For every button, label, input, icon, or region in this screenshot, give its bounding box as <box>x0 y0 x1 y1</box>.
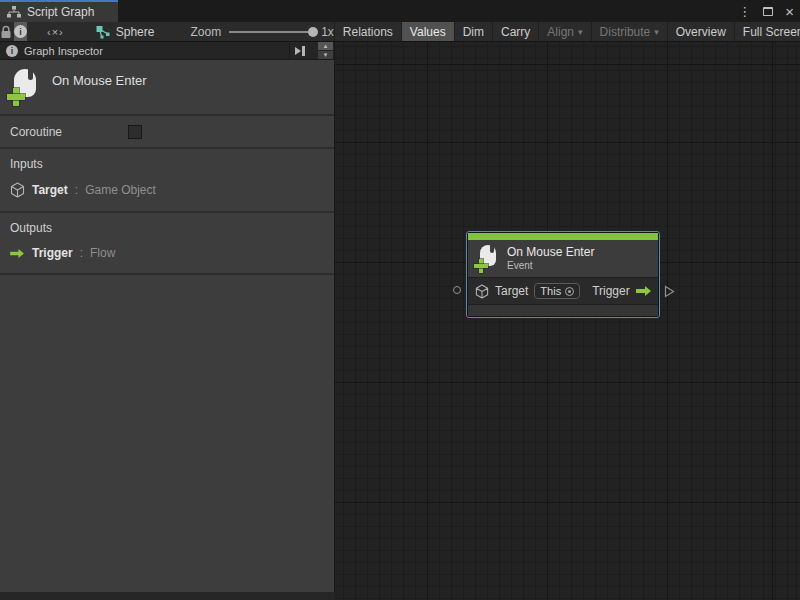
scroll-down-button[interactable]: ▼ <box>318 51 333 59</box>
lock-icon <box>0 25 12 39</box>
graph-inspector-header[interactable]: i Graph Inspector ▲ ▼ <box>0 42 334 60</box>
relations-label: Relations <box>343 25 393 39</box>
tab-label: Script Graph <box>27 5 94 19</box>
code-view-button[interactable]: ‹×› <box>47 22 64 41</box>
input-port-row: Target : Game Object <box>10 182 324 198</box>
graph-hierarchy-icon <box>7 6 21 18</box>
close-icon[interactable]: × <box>785 4 794 19</box>
inputs-header: Inputs <box>10 157 324 171</box>
node-subtitle: Event <box>507 260 594 273</box>
overview-button[interactable]: Overview <box>667 22 734 41</box>
script-graph-asset-icon <box>96 25 110 39</box>
output-port[interactable] <box>664 284 675 302</box>
node-footer <box>468 305 658 316</box>
input-port-name: Target <box>32 183 68 197</box>
lock-button[interactable] <box>0 22 12 41</box>
carry-label: Carry <box>501 25 530 39</box>
outputs-header: Outputs <box>10 221 324 235</box>
dock-panel-button[interactable] <box>289 43 309 59</box>
graph-toolbar: i ‹×› Sphere Zoom 1x Relations Values Di <box>0 22 800 42</box>
dim-label: Dim <box>463 25 484 39</box>
mouse-event-icon <box>476 245 498 272</box>
align-button[interactable]: Align ▾ <box>538 22 590 41</box>
output-port-row: Trigger : Flow <box>10 246 324 260</box>
node-accent-stripe <box>468 233 658 240</box>
values-button[interactable]: Values <box>401 22 454 41</box>
node-output-label: Trigger <box>592 284 630 298</box>
info-icon: i <box>6 45 18 57</box>
menu-dots-icon[interactable]: ⋮ <box>738 5 751 18</box>
info-icon: i <box>14 25 27 38</box>
maximize-icon[interactable] <box>763 7 773 16</box>
graph-canvas[interactable]: On Mouse Enter Event Target This Trigger <box>335 42 800 600</box>
input-port[interactable] <box>453 286 461 294</box>
target-value-button[interactable]: This <box>534 283 580 299</box>
node-input-label: Target <box>495 284 528 298</box>
coroutine-checkbox[interactable] <box>128 125 142 139</box>
code-icon: ‹×› <box>47 26 64 38</box>
zoom-control: Zoom 1x <box>190 22 333 41</box>
zoom-label: Zoom <box>190 25 221 39</box>
outputs-section: Outputs Trigger : Flow <box>0 213 334 275</box>
panel-scroll-spinner: ▲ ▼ <box>318 42 333 59</box>
dock-icon <box>294 46 306 56</box>
inputs-section: Inputs Target : Game Object <box>0 149 334 213</box>
input-sep: : <box>75 183 78 197</box>
flow-arrow-icon <box>636 285 652 297</box>
distribute-label: Distribute <box>600 25 651 39</box>
selected-unit-header: On Mouse Enter <box>0 60 334 116</box>
inspector-toggle-button[interactable]: i <box>14 22 27 41</box>
output-port-type: Flow <box>90 246 115 260</box>
input-port-type: Game Object <box>85 183 156 197</box>
scroll-up-button[interactable]: ▲ <box>318 42 333 50</box>
coroutine-row: Coroutine <box>0 116 334 149</box>
output-sep: : <box>80 246 83 260</box>
game-object-cube-icon <box>10 182 25 198</box>
relations-button[interactable]: Relations <box>334 22 401 41</box>
coroutine-label: Coroutine <box>10 125 128 139</box>
chevron-down-icon: ▾ <box>654 27 659 37</box>
node-title: On Mouse Enter <box>507 245 594 260</box>
game-object-cube-icon <box>475 284 489 299</box>
unit-title: On Mouse Enter <box>52 73 147 88</box>
window-bottom-edge <box>0 592 335 600</box>
full-screen-button[interactable]: Full Screen <box>734 22 800 41</box>
zoom-slider[interactable] <box>229 31 313 33</box>
dim-button[interactable]: Dim <box>454 22 492 41</box>
chevron-down-icon: ▾ <box>578 27 583 37</box>
mouse-event-icon <box>9 69 39 105</box>
zoom-slider-handle[interactable] <box>308 27 318 37</box>
toolbar-toggle-group: Relations Values Dim Carry Align ▾ Distr… <box>334 22 800 41</box>
output-port-name: Trigger <box>32 246 73 260</box>
object-picker-icon[interactable] <box>565 287 574 296</box>
target-value-label: This <box>540 285 561 297</box>
tab-script-graph[interactable]: Script Graph <box>0 0 118 22</box>
node-header[interactable]: On Mouse Enter Event <box>468 240 658 278</box>
node-port-row: Target This Trigger <box>468 278 658 305</box>
window-titlebar: Script Graph ⋮ × <box>0 0 800 22</box>
graph-owner-breadcrumb[interactable]: Sphere <box>96 22 155 41</box>
full-screen-label: Full Screen <box>743 25 800 39</box>
carry-button[interactable]: Carry <box>492 22 538 41</box>
graph-owner-label: Sphere <box>116 25 155 39</box>
distribute-button[interactable]: Distribute ▾ <box>591 22 667 41</box>
zoom-value: 1x <box>321 25 334 39</box>
values-label: Values <box>410 25 446 39</box>
overview-label: Overview <box>676 25 726 39</box>
graph-inspector-panel: i Graph Inspector ▲ ▼ On Mouse Enter Cor… <box>0 42 335 592</box>
event-node-on-mouse-enter[interactable]: On Mouse Enter Event Target This Trigger <box>466 231 660 318</box>
graph-inspector-title: Graph Inspector <box>24 45 103 57</box>
align-label: Align <box>547 25 574 39</box>
flow-arrow-icon <box>10 248 25 259</box>
window-controls: ⋮ × <box>738 0 794 22</box>
